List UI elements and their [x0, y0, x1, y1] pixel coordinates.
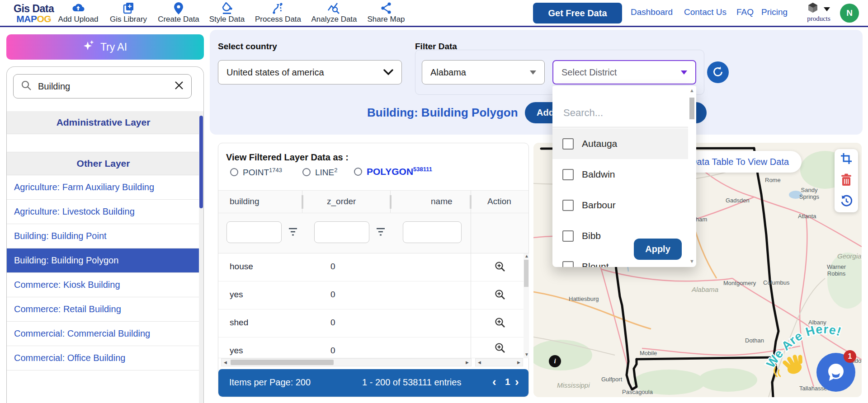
nav-process-data[interactable]: Process Data — [251, 2, 305, 24]
nav-link-dashboard[interactable]: Dashboard — [631, 7, 673, 17]
filter-input-z-order[interactable] — [314, 221, 369, 243]
radio-line-count: 2 — [334, 167, 337, 173]
layer-item[interactable]: Commercial: Commercial Building — [7, 322, 200, 346]
column-header-name[interactable]: name — [431, 197, 453, 206]
filter-funnel-icon[interactable] — [287, 227, 299, 239]
district-option-baldwin[interactable]: Baldwin — [552, 159, 688, 190]
checkbox-icon — [562, 169, 574, 180]
scroll-right-icon[interactable]: ► — [465, 360, 470, 365]
zoom-to-feature-icon[interactable] — [494, 317, 506, 330]
nav-link-contact-us[interactable]: Contact Us — [684, 7, 726, 17]
sidebar-scrollbar[interactable] — [199, 111, 203, 403]
nav-label: Gis Library — [105, 15, 152, 24]
items-per-page[interactable]: Items per Page: 200 — [229, 377, 311, 388]
checkbox-icon — [562, 200, 574, 211]
zoom-to-feature-icon[interactable] — [494, 261, 506, 274]
scrollbar-thumb[interactable] — [689, 98, 694, 119]
table-row[interactable]: yes 0 — [218, 337, 528, 358]
scroll-left-icon[interactable]: ◄ — [477, 360, 482, 365]
prev-page-icon[interactable]: ‹ — [492, 375, 496, 389]
table-row[interactable]: yes 0 — [218, 281, 528, 309]
layer-item[interactable]: Building: Building Point — [7, 224, 200, 248]
empty-row — [7, 134, 200, 152]
scroll-up-icon[interactable]: ▲ — [689, 88, 694, 93]
column-header-building[interactable]: building — [230, 197, 259, 206]
products-label: products — [804, 15, 834, 23]
filter-funnel-icon[interactable] — [375, 227, 387, 239]
crop-icon[interactable] — [840, 152, 853, 167]
scroll-up-icon[interactable]: ▲ — [524, 253, 529, 258]
zoom-to-feature-icon[interactable] — [494, 342, 506, 356]
table-horizontal-scrollbar[interactable]: ◄ ► — [221, 358, 472, 366]
radio-polygon[interactable]: POLYGON538111 — [354, 166, 432, 177]
selected-layer-title: Building: Building Polygon — [367, 106, 518, 120]
radio-line[interactable]: LINE2 — [302, 167, 337, 178]
layer-item[interactable]: Commercial: Office Building — [7, 346, 200, 370]
layer-item[interactable]: Agriculture: Livestock Building — [7, 200, 200, 224]
district-search-input[interactable] — [563, 107, 672, 119]
radio-polygon-label: POLYGON — [367, 166, 413, 177]
nav-label: Process Data — [251, 15, 305, 24]
map-label-city: Gulfport — [601, 376, 622, 383]
scrollbar-thumb[interactable] — [231, 360, 334, 365]
nav-label: Add Upload — [53, 15, 103, 24]
country-select[interactable]: United states of america — [218, 60, 402, 84]
radio-point[interactable]: POINT1743 — [230, 167, 282, 178]
map-label-city: Atlanta — [798, 213, 816, 220]
get-free-data-button[interactable]: Get Free Data — [533, 3, 622, 23]
scroll-down-icon[interactable]: ▼ — [524, 352, 529, 357]
nav-add-upload[interactable]: Add Upload — [53, 2, 103, 24]
column-resize-handle[interactable] — [302, 195, 303, 209]
logo-map: MAP — [16, 14, 37, 24]
filter-input-building[interactable] — [226, 221, 282, 243]
nav-link-faq[interactable]: FAQ — [736, 7, 754, 17]
try-ai-button[interactable]: Try AI — [6, 34, 204, 60]
nav-style-data[interactable]: Style Data — [204, 2, 250, 24]
nav-share-map[interactable]: Share Map — [363, 2, 409, 24]
column-header-z-order[interactable]: z_order — [327, 197, 356, 206]
action-horizontal-scrollbar[interactable]: ◄ ► — [475, 358, 523, 366]
scrollbar-thumb[interactable] — [524, 260, 528, 287]
filtered-data-card: View Filtered Layer Data as : POINT1743 … — [218, 143, 529, 397]
layer-item[interactable]: Agriculture: Farm Auxiliary Building — [7, 175, 200, 200]
district-option-autauga[interactable]: Autauga — [552, 128, 688, 159]
table-vertical-scrollbar[interactable]: ▲ ▼ — [524, 253, 529, 358]
column-resize-handle[interactable] — [390, 195, 392, 209]
attribution-info-button[interactable]: i — [549, 355, 561, 367]
layer-item[interactable]: Commerce: Retail Building — [7, 297, 200, 322]
layer-item[interactable]: Commerce: Kiosk Building — [7, 273, 200, 297]
trash-icon[interactable] — [841, 173, 852, 188]
district-select[interactable]: Select District — [552, 60, 696, 84]
state-select[interactable]: Alabama — [422, 60, 545, 84]
map-label-city: Mobile — [640, 350, 657, 356]
nav-label: Style Data — [204, 15, 250, 24]
scroll-right-icon[interactable]: ► — [516, 360, 521, 365]
products-menu[interactable]: products — [804, 2, 834, 23]
zoom-to-feature-icon[interactable] — [494, 289, 506, 302]
next-page-icon[interactable]: › — [515, 375, 519, 389]
layer-item-selected[interactable]: Building: Building Polygon — [7, 248, 200, 273]
nav-create-data[interactable]: Create Data — [154, 2, 203, 24]
user-avatar[interactable]: N — [840, 4, 859, 23]
logo-line1: Gis Data — [14, 4, 54, 14]
scroll-down-icon[interactable]: ▼ — [689, 258, 694, 264]
table-row[interactable]: shed 0 — [218, 309, 528, 337]
pagination-bar: Items per Page: 200 1 - 200 of 538111 en… — [218, 369, 528, 397]
history-icon[interactable] — [840, 195, 853, 209]
app-logo[interactable]: Gis Data MAPOG — [14, 4, 54, 23]
scroll-left-icon[interactable]: ◄ — [223, 360, 228, 365]
table-row[interactable]: house 0 — [218, 253, 528, 281]
layer-search-input[interactable] — [38, 81, 168, 92]
clear-search-icon[interactable] — [174, 80, 184, 92]
filter-input-name[interactable] — [403, 221, 462, 243]
refresh-button[interactable] — [707, 61, 729, 83]
sidebar-scrollbar-thumb[interactable] — [199, 116, 203, 208]
dropdown-scrollbar[interactable]: ▲ ▼ — [689, 88, 695, 265]
nav-gis-library[interactable]: Gis Library — [105, 2, 152, 24]
nav-link-pricing[interactable]: Pricing — [761, 7, 788, 17]
apply-button[interactable]: Apply — [634, 239, 682, 260]
chat-notification-badge: 1 — [844, 350, 856, 363]
nav-analyze-data[interactable]: Analyze Data — [307, 2, 361, 24]
district-option-barbour[interactable]: Barbour — [552, 190, 688, 220]
current-page[interactable]: 1 — [505, 376, 510, 387]
